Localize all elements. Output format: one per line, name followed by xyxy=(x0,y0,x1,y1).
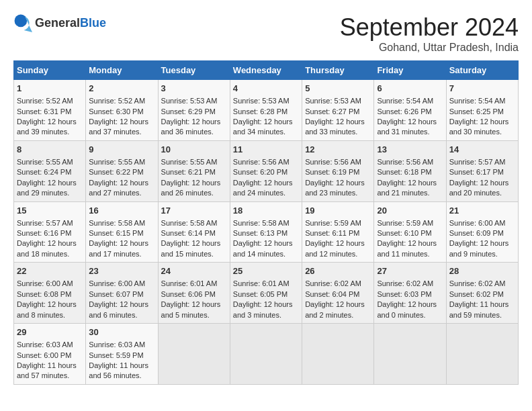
table-row: 5Sunrise: 5:53 AMSunset: 6:27 PMDaylight… xyxy=(302,80,374,141)
table-row: 24Sunrise: 6:01 AMSunset: 6:06 PMDayligh… xyxy=(158,263,230,324)
table-row: 22Sunrise: 6:00 AMSunset: 6:08 PMDayligh… xyxy=(14,263,86,324)
table-row: 29Sunrise: 6:03 AMSunset: 6:00 PMDayligh… xyxy=(14,324,86,385)
header-monday: Monday xyxy=(86,61,158,80)
calendar-week-4: 22Sunrise: 6:00 AMSunset: 6:08 PMDayligh… xyxy=(14,263,519,324)
table-row: 27Sunrise: 6:02 AMSunset: 6:03 PMDayligh… xyxy=(374,263,446,324)
header-tuesday: Tuesday xyxy=(158,61,230,80)
header-sunday: Sunday xyxy=(14,61,86,80)
table-row: 8Sunrise: 5:55 AMSunset: 6:24 PMDaylight… xyxy=(14,140,86,201)
table-row: 9Sunrise: 5:55 AMSunset: 6:22 PMDaylight… xyxy=(86,140,158,201)
table-row: 1Sunrise: 5:52 AMSunset: 6:31 PMDaylight… xyxy=(14,80,86,141)
table-row: 15Sunrise: 5:57 AMSunset: 6:16 PMDayligh… xyxy=(14,201,86,263)
table-row: 7Sunrise: 5:54 AMSunset: 6:25 PMDaylight… xyxy=(446,80,518,141)
calendar-week-1: 1Sunrise: 5:52 AMSunset: 6:31 PMDaylight… xyxy=(14,80,519,141)
title-area: September 2024 Gohand, Uttar Pradesh, In… xyxy=(340,13,519,54)
table-row: 21Sunrise: 6:00 AMSunset: 6:09 PMDayligh… xyxy=(446,201,518,263)
calendar-week-2: 8Sunrise: 5:55 AMSunset: 6:24 PMDaylight… xyxy=(14,140,519,201)
calendar-week-5: 29Sunrise: 6:03 AMSunset: 6:00 PMDayligh… xyxy=(14,324,519,385)
logo: GeneralBlue xyxy=(13,13,106,32)
calendar-table: Sunday Monday Tuesday Wednesday Thursday… xyxy=(13,60,519,385)
table-row: 13Sunrise: 5:56 AMSunset: 6:18 PMDayligh… xyxy=(374,140,446,201)
weekday-header-row: Sunday Monday Tuesday Wednesday Thursday… xyxy=(14,61,519,80)
logo-icon xyxy=(13,13,32,32)
table-row xyxy=(374,324,446,385)
month-title: September 2024 xyxy=(340,13,519,42)
table-row: 19Sunrise: 5:59 AMSunset: 6:11 PMDayligh… xyxy=(302,201,374,263)
table-row xyxy=(230,324,302,385)
location-title: Gohand, Uttar Pradesh, India xyxy=(340,42,519,54)
table-row: 6Sunrise: 5:54 AMSunset: 6:26 PMDaylight… xyxy=(374,80,446,141)
header-friday: Friday xyxy=(374,61,446,80)
table-row: 14Sunrise: 5:57 AMSunset: 6:17 PMDayligh… xyxy=(446,140,518,201)
table-row: 25Sunrise: 6:01 AMSunset: 6:05 PMDayligh… xyxy=(230,263,302,324)
table-row xyxy=(302,324,374,385)
table-row: 3Sunrise: 5:53 AMSunset: 6:29 PMDaylight… xyxy=(158,80,230,141)
table-row: 17Sunrise: 5:58 AMSunset: 6:14 PMDayligh… xyxy=(158,201,230,263)
logo-blue: Blue xyxy=(80,16,106,30)
calendar-week-3: 15Sunrise: 5:57 AMSunset: 6:16 PMDayligh… xyxy=(14,201,519,263)
table-row: 28Sunrise: 6:02 AMSunset: 6:02 PMDayligh… xyxy=(446,263,518,324)
table-row xyxy=(446,324,518,385)
table-row: 4Sunrise: 5:53 AMSunset: 6:28 PMDaylight… xyxy=(230,80,302,141)
svg-point-0 xyxy=(15,15,28,28)
logo-general: General xyxy=(35,16,80,30)
table-row: 30Sunrise: 6:03 AMSunset: 5:59 PMDayligh… xyxy=(86,324,158,385)
table-row: 26Sunrise: 6:02 AMSunset: 6:04 PMDayligh… xyxy=(302,263,374,324)
table-row xyxy=(158,324,230,385)
header-wednesday: Wednesday xyxy=(230,61,302,80)
header-saturday: Saturday xyxy=(446,61,518,80)
page-header: GeneralBlue September 2024 Gohand, Uttar… xyxy=(13,13,519,54)
header-thursday: Thursday xyxy=(302,61,374,80)
table-row: 23Sunrise: 6:00 AMSunset: 6:07 PMDayligh… xyxy=(86,263,158,324)
table-row: 20Sunrise: 5:59 AMSunset: 6:10 PMDayligh… xyxy=(374,201,446,263)
table-row: 16Sunrise: 5:58 AMSunset: 6:15 PMDayligh… xyxy=(86,201,158,263)
table-row: 2Sunrise: 5:52 AMSunset: 6:30 PMDaylight… xyxy=(86,80,158,141)
table-row: 10Sunrise: 5:55 AMSunset: 6:21 PMDayligh… xyxy=(158,140,230,201)
table-row: 12Sunrise: 5:56 AMSunset: 6:19 PMDayligh… xyxy=(302,140,374,201)
table-row: 18Sunrise: 5:58 AMSunset: 6:13 PMDayligh… xyxy=(230,201,302,263)
table-row: 11Sunrise: 5:56 AMSunset: 6:20 PMDayligh… xyxy=(230,140,302,201)
